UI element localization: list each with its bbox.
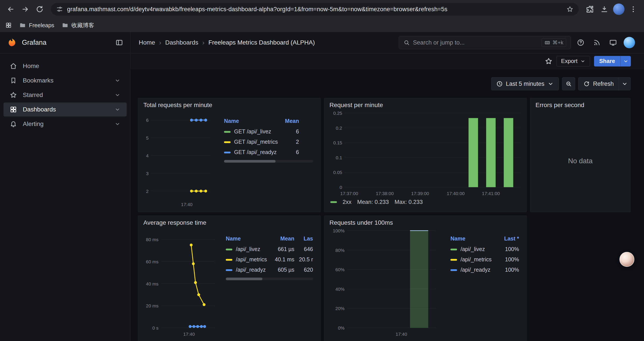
svg-text:17:40: 17:40 xyxy=(183,331,195,336)
sidebar-item-dashboards[interactable]: Dashboards xyxy=(4,103,127,117)
extensions-icon[interactable] xyxy=(584,3,596,16)
legend-header-name[interactable]: Name xyxy=(450,234,492,244)
bookmark-label: Freeleaps xyxy=(29,22,54,29)
panel-title[interactable]: Errors per second xyxy=(530,98,630,110)
series-color-swatch xyxy=(226,249,232,250)
svg-text:0.25: 0.25 xyxy=(333,111,342,116)
series-last: 646 xyxy=(294,244,313,254)
grafana-logo[interactable] xyxy=(7,38,17,48)
puzzle-icon xyxy=(586,5,594,13)
favorite-dashboard-button[interactable] xyxy=(545,57,552,65)
sidebar-collapse-button[interactable] xyxy=(115,39,123,47)
site-settings-icon[interactable] xyxy=(56,6,63,13)
legend-scrollbar[interactable] xyxy=(224,160,313,163)
apps-grid-icon[interactable] xyxy=(5,22,12,29)
star-outline-icon xyxy=(545,57,552,65)
floating-assistant-avatar[interactable] xyxy=(620,252,634,267)
expand-chevron[interactable] xyxy=(114,121,120,127)
time-range-picker[interactable]: Last 5 minutes xyxy=(491,77,559,90)
expand-chevron[interactable] xyxy=(114,92,120,98)
legend-row[interactable]: GET /api/_readyz 6 xyxy=(224,147,299,157)
sidebar-item-alerting[interactable]: Alerting xyxy=(4,117,127,131)
legend-row[interactable]: /api/_readyz 100% xyxy=(450,265,519,275)
legend-header-last[interactable]: Last * xyxy=(492,234,519,244)
search-input[interactable]: Search or jump to... ⌘+k xyxy=(399,36,571,49)
legend-row[interactable]: /api/_metrics 40.1 ms 20.5 r xyxy=(226,254,313,265)
series-color-swatch xyxy=(226,259,232,261)
share-dropdown-button[interactable] xyxy=(620,56,631,67)
expand-chevron[interactable] xyxy=(114,106,120,113)
series-mean: 661 µs xyxy=(267,244,294,254)
sidebar-item-starred[interactable]: Starred xyxy=(4,88,127,102)
sidebar-item-home[interactable]: Home xyxy=(4,59,127,73)
zoom-out-icon xyxy=(565,81,572,87)
series-name[interactable]: 2xx xyxy=(342,199,351,205)
refresh-interval-dropdown[interactable] xyxy=(619,77,631,90)
panel-title[interactable]: Average response time xyxy=(138,216,320,228)
panel-errors-per-second: Errors per second No data xyxy=(530,98,631,212)
export-button[interactable]: Export xyxy=(556,56,590,67)
legend-row[interactable]: /api/_livez 100% xyxy=(450,244,519,254)
brand-name[interactable]: Grafana xyxy=(22,39,46,47)
help-icon[interactable] xyxy=(574,36,587,49)
url-bar[interactable]: grafana.mathmast.com/d/deytv4rwavabkb/fr… xyxy=(51,3,579,16)
breadcrumb-home[interactable]: Home xyxy=(139,39,155,46)
display-icon[interactable] xyxy=(607,36,620,49)
grafana-profile-avatar[interactable] xyxy=(623,36,636,49)
panel-title[interactable]: Total requests per minute xyxy=(138,98,320,110)
requests-under-100ms-chart[interactable]: 100%80%60%40%20%0%17:40 xyxy=(326,228,438,338)
browser-profile-avatar[interactable] xyxy=(612,3,625,16)
screen: grafana.mathmast.com/d/deytv4rwavabkb/fr… xyxy=(0,0,644,341)
legend-row[interactable]: GET /api/_metrics 2 xyxy=(224,137,299,147)
total-requests-chart[interactable]: 6543217:40 xyxy=(140,110,212,209)
request-per-minute-chart[interactable]: 0.250.20.150.10.05017:37:0017:38:0017:39… xyxy=(327,110,523,198)
legend-scrollbar[interactable] xyxy=(226,278,313,280)
legend-header-mean[interactable]: Mean xyxy=(278,117,299,126)
legend-header-name[interactable]: Name xyxy=(224,117,278,126)
bookmark-star-icon[interactable] xyxy=(566,6,574,13)
news-icon[interactable] xyxy=(590,36,603,49)
bell-icon xyxy=(10,120,17,128)
downloads-icon[interactable] xyxy=(598,3,611,16)
avg-response-time-chart[interactable]: 80 ms60 ms40 ms20 ms0 s17:40 xyxy=(140,228,217,338)
scrollbar-thumb[interactable] xyxy=(226,278,262,280)
svg-text:0.15: 0.15 xyxy=(333,140,342,145)
sidebar-item-label: Dashboards xyxy=(23,106,56,113)
legend-row[interactable]: /api/_readyz 605 µs 620 xyxy=(226,265,313,275)
panel-title[interactable]: Request per minute xyxy=(324,98,526,110)
browser-toolbar: grafana.mathmast.com/d/deytv4rwavabkb/fr… xyxy=(0,0,644,19)
panel-avg-response-time: Average response time 80 ms60 ms40 ms20 … xyxy=(138,215,321,341)
breadcrumb: Home › Dashboards › Freeleaps Metrics Da… xyxy=(139,39,315,46)
series-color-swatch xyxy=(224,152,230,153)
chevron-down-icon xyxy=(114,106,120,113)
legend-row[interactable]: /api/_metrics 100% xyxy=(450,254,519,265)
series-name: GET /api/_metrics xyxy=(234,139,278,145)
panel-title[interactable]: Requests under 100ms xyxy=(324,216,526,228)
svg-text:17:41:00: 17:41:00 xyxy=(482,191,500,196)
panel-body: 100%80%60%40%20%0%17:40 Name Last * xyxy=(324,228,526,341)
browser-menu-icon[interactable] xyxy=(627,3,640,16)
back-button[interactable] xyxy=(4,3,17,16)
legend-row[interactable]: GET /api/_livez 6 xyxy=(224,126,299,137)
sidebar-item-label: Starred xyxy=(23,92,43,99)
refresh-button[interactable]: Refresh xyxy=(578,77,619,90)
legend-header-last[interactable]: Las xyxy=(294,234,313,244)
series-name: /api/_livez xyxy=(460,246,485,252)
sidebar-item-bookmarks[interactable]: Bookmarks xyxy=(4,74,127,88)
scrollbar-thumb[interactable] xyxy=(224,160,276,163)
forward-button[interactable] xyxy=(19,3,32,16)
zoom-out-button[interactable] xyxy=(562,77,575,90)
legend-header-mean[interactable]: Mean xyxy=(267,234,294,244)
svg-text:17:40:00: 17:40:00 xyxy=(447,191,465,196)
legend-row[interactable]: /api/_livez 661 µs 646 xyxy=(226,244,313,254)
reload-button[interactable] xyxy=(33,3,46,16)
bookmark-folder-blog[interactable]: 收藏博客 xyxy=(62,22,94,29)
question-circle-icon xyxy=(577,39,584,47)
panel-legend: 2xx Mean: 0.233 Max: 0.233 xyxy=(327,198,523,206)
expand-chevron[interactable] xyxy=(114,78,120,84)
legend-header-name[interactable]: Name xyxy=(226,234,267,244)
bookmark-folder-freeleaps[interactable]: Freeleaps xyxy=(19,22,54,29)
breadcrumb-dashboards[interactable]: Dashboards xyxy=(165,39,198,46)
svg-text:100%: 100% xyxy=(333,228,344,233)
share-button[interactable]: Share xyxy=(594,56,620,67)
